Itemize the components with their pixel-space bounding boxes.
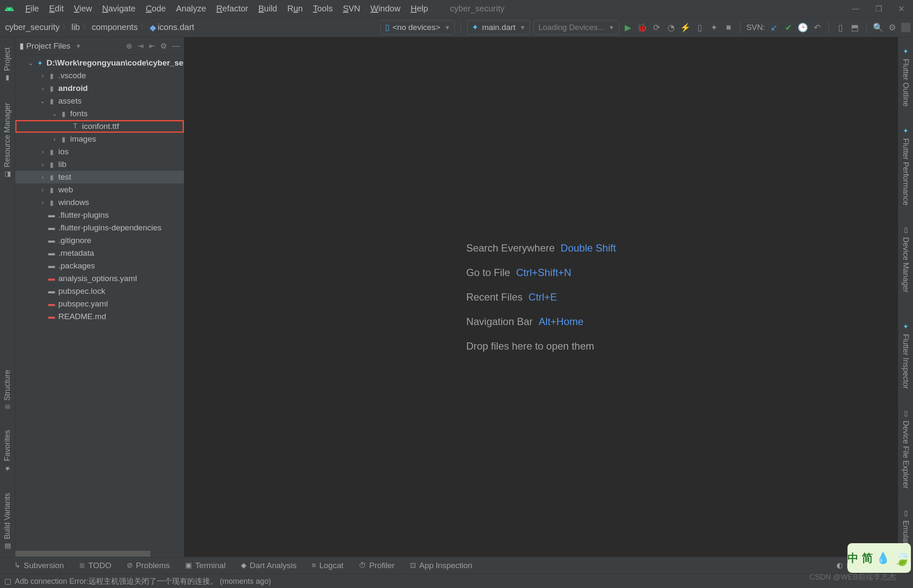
crumb-components[interactable]: components xyxy=(92,22,138,32)
menu-view[interactable]: View xyxy=(69,4,97,14)
project-view-selector[interactable]: ▮ Project Files ▼ xyxy=(19,41,81,51)
run-button[interactable]: ▶ xyxy=(623,22,634,33)
tree-folder-lib[interactable]: ›▮lib xyxy=(15,158,184,171)
minimize-button[interactable]: — xyxy=(852,4,859,14)
tab-flutter-inspector[interactable]: ✦Flutter Inspector xyxy=(901,317,910,395)
crumb-file[interactable]: icons.dart xyxy=(158,22,194,32)
tree-file-flutter-plugins[interactable]: ▬.flutter-plugins xyxy=(15,209,184,222)
collapse-all-button[interactable]: ⇤ xyxy=(149,41,155,51)
log-icon: ◐ xyxy=(836,561,843,570)
crumb-lib[interactable]: lib xyxy=(71,22,80,32)
loading-devices[interactable]: Loading Devices... ▼ xyxy=(533,20,619,35)
menu-analyze[interactable]: Analyze xyxy=(171,4,211,14)
tree-root[interactable]: ⌄✦D:\Work\regongyuan\code\cyber_se xyxy=(15,57,184,69)
tree-file-flutter-plugins-deps[interactable]: ▬.flutter-plugins-dependencies xyxy=(15,222,184,234)
tree-file-packages[interactable]: ▬.packages xyxy=(15,260,184,272)
tree-folder-fonts[interactable]: ⌄▮fonts xyxy=(15,107,184,120)
tab-app-inspection[interactable]: ⊡App Inspection xyxy=(410,561,473,570)
menu-file[interactable]: File xyxy=(20,4,44,14)
profile-button[interactable]: ◔ xyxy=(666,22,677,33)
tree-file-pubspec-lock[interactable]: ▬pubspec.lock xyxy=(15,285,184,298)
tab-profiler[interactable]: ⏱Profiler xyxy=(359,561,395,570)
menu-edit[interactable]: Edit xyxy=(44,4,68,14)
expand-all-button[interactable]: ⇥ xyxy=(137,41,144,51)
panel-settings-button[interactable]: ⚙ xyxy=(160,41,167,51)
tab-dart-analysis[interactable]: ◆Dart Analysis xyxy=(241,561,297,570)
run-config-selector[interactable]: ✦ main.dart ▼ xyxy=(467,20,530,35)
welcome-drop-label: Drop files here to open them xyxy=(466,334,594,358)
menu-tools[interactable]: Tools xyxy=(308,4,338,14)
project-tree[interactable]: ⌄✦D:\Work\regongyuan\code\cyber_se ›▮.vs… xyxy=(15,55,184,557)
tab-logcat[interactable]: ≡Logcat xyxy=(312,561,344,570)
attach-button[interactable]: ▯ xyxy=(694,22,705,33)
tree-folder-assets[interactable]: ⌄▮assets xyxy=(15,95,184,107)
tab-problems[interactable]: ⊘Problems xyxy=(127,561,170,570)
tree-folder-windows[interactable]: ›▮windows xyxy=(15,196,184,209)
menu-code[interactable]: Code xyxy=(141,4,171,14)
tree-file-gitignore[interactable]: ▬.gitignore xyxy=(15,234,184,247)
tab-project[interactable]: ▮Project xyxy=(3,41,12,88)
account-button[interactable] xyxy=(901,23,910,32)
close-button[interactable]: ✕ xyxy=(898,4,905,14)
project-panel-header: ▮ Project Files ▼ ⊕ ⇥ ⇤ ⚙ — xyxy=(15,37,184,55)
tree-file-readme[interactable]: ▬README.md xyxy=(15,310,184,323)
tab-build-variants[interactable]: ▤Build Variants xyxy=(3,487,12,557)
debug-button[interactable]: 🐞 xyxy=(637,22,648,33)
sdk-button[interactable]: ⬒ xyxy=(849,22,860,33)
tab-subversion[interactable]: ↳Subversion xyxy=(14,561,64,570)
maximize-button[interactable]: ❐ xyxy=(875,4,882,14)
tree-folder-android[interactable]: ›▮android xyxy=(15,82,184,95)
flutter-icon: ✦ xyxy=(902,127,910,135)
tree-file-metadata[interactable]: ▬.metadata xyxy=(15,247,184,260)
menu-help[interactable]: Help xyxy=(405,4,433,14)
scrollbar-thumb[interactable] xyxy=(15,551,150,557)
tree-folder-images[interactable]: ›▮images xyxy=(15,133,184,145)
device-selector[interactable]: ▯ <no devices> ▼ xyxy=(380,20,455,35)
svn-commit-button[interactable]: ✔ xyxy=(783,22,794,33)
tab-device-file-explorer[interactable]: ▯Device File Explorer xyxy=(901,403,910,495)
coverage-button[interactable]: ⟳ xyxy=(651,22,662,33)
menu-refactor[interactable]: Refactor xyxy=(211,4,254,14)
branch-icon: ↳ xyxy=(14,561,20,570)
tab-favorites[interactable]: ★Favorites xyxy=(3,424,12,479)
stop-button[interactable]: ■ xyxy=(723,22,734,33)
svn-update-button[interactable]: ↙ xyxy=(768,22,779,33)
tab-resource-manager[interactable]: ◧Resource Manager xyxy=(3,97,12,185)
avd-button[interactable]: ▯ xyxy=(835,22,846,33)
hide-panel-button[interactable]: — xyxy=(172,41,180,51)
tree-file-analysis[interactable]: ▬analysis_options.yaml xyxy=(15,272,184,285)
menu-build[interactable]: Build xyxy=(253,4,282,14)
menu-svn[interactable]: SVN xyxy=(338,4,365,14)
locate-button[interactable]: ⊕ xyxy=(126,41,132,51)
tab-device-manager[interactable]: ▯Device Manager xyxy=(901,220,910,298)
crumb-project[interactable]: cyber_security xyxy=(5,22,60,32)
settings-button[interactable]: ⚙ xyxy=(887,22,898,33)
folder-icon: ▮ xyxy=(46,186,57,194)
ime-badge[interactable]: 中 简 💧 🍃 xyxy=(847,543,911,573)
menu-window[interactable]: Window xyxy=(365,4,405,14)
svn-revert-button[interactable]: ↶ xyxy=(812,22,823,33)
status-icon[interactable]: ▢ xyxy=(4,577,11,586)
tree-folder-vscode[interactable]: ›▮.vscode xyxy=(15,69,184,82)
search-everywhere-button[interactable]: 🔍 xyxy=(872,22,883,33)
tab-todo[interactable]: ≣TODO xyxy=(79,561,112,570)
menu-navigate[interactable]: Navigate xyxy=(97,4,141,14)
svn-history-button[interactable]: 🕑 xyxy=(797,22,808,33)
folder-icon: ▮ xyxy=(46,97,57,105)
tab-terminal[interactable]: ▣Terminal xyxy=(185,561,226,570)
tree-file-pubspec-yaml[interactable]: ▬pubspec.yaml xyxy=(15,298,184,310)
tree-folder-web[interactable]: ›▮web xyxy=(15,183,184,196)
tree-file-iconfont[interactable]: Ticonfont.ttf xyxy=(15,120,184,133)
tab-flutter-outline[interactable]: ✦Flutter Outline xyxy=(901,41,910,112)
breadcrumb[interactable]: cyber_security 〉 lib 〉 components 〉 ◆ ic… xyxy=(0,22,194,33)
tree-folder-test[interactable]: ›▮test xyxy=(15,171,184,183)
tab-flutter-performance[interactable]: ✦Flutter Performance xyxy=(901,121,910,211)
project-scrollbar[interactable] xyxy=(15,551,184,557)
tree-folder-ios[interactable]: ›▮ios xyxy=(15,145,184,158)
menu-run[interactable]: Run xyxy=(282,4,308,14)
flutter-attach-button[interactable]: ✦ xyxy=(709,22,720,33)
hot-reload-button[interactable]: ⚡ xyxy=(680,22,691,33)
tab-structure[interactable]: ≣Structure xyxy=(3,364,12,416)
welcome-search-key: Double Shift xyxy=(560,236,616,260)
welcome-panel: Search EverywhereDouble Shift Go to File… xyxy=(466,236,616,358)
